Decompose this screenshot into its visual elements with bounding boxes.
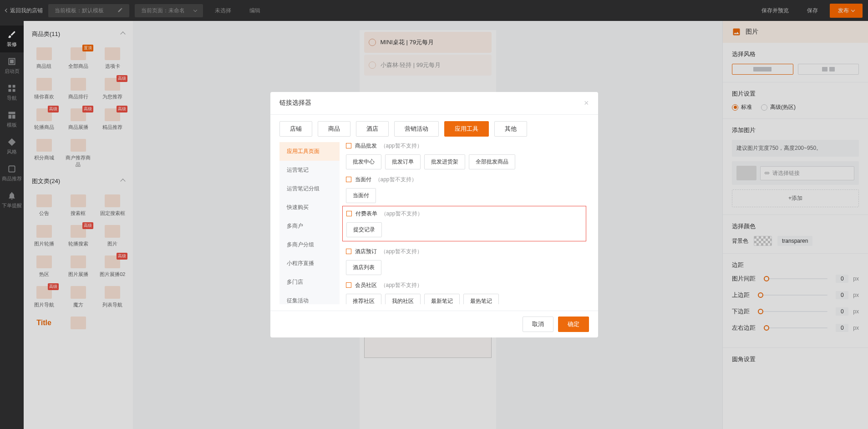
- group-note: （app暂不支持）: [375, 176, 417, 184]
- modal-body: 应用工具页面 运营笔记 运营笔记分组 快速购买 多商户 多商户分组 小程序直播 …: [270, 142, 598, 311]
- highlight-paid-form: 付费表单（app暂不支持） 提交记录: [342, 206, 586, 241]
- sidenav-collect[interactable]: 征集活动: [279, 291, 340, 304]
- close-icon[interactable]: ×: [584, 98, 589, 108]
- group-icon: [346, 249, 351, 254]
- chip-hotel-list[interactable]: 酒店列表: [346, 260, 381, 275]
- tab-marketing[interactable]: 营销活动: [394, 121, 439, 137]
- group-note: （app暂不支持）: [381, 210, 423, 218]
- chip-wholesale-shelf[interactable]: 批发进货架: [424, 154, 465, 169]
- confirm-button[interactable]: 确定: [558, 317, 589, 332]
- sidenav-op-notes[interactable]: 运营笔记: [279, 161, 340, 179]
- group-wholesale: 商品批发（app暂不支持） 批发中心 批发订单 批发进货架 全部批发商品: [346, 142, 583, 169]
- tab-product[interactable]: 商品: [318, 121, 350, 137]
- modal-side-nav: 应用工具页面 运营笔记 运营笔记分组 快速购买 多商户 多商户分组 小程序直播 …: [279, 142, 340, 304]
- link-selector-modal: 链接选择器 × 店铺 商品 酒店 营销活动 应用工具 其他 应用工具页面 运营笔…: [270, 92, 598, 337]
- group-note: （app暂不支持）: [381, 248, 422, 255]
- sidenav-multi-merchant[interactable]: 多商户: [279, 217, 340, 235]
- group-icon: [346, 282, 351, 288]
- group-title: 会员社区: [355, 281, 377, 289]
- group-face-pay: 当面付（app暂不支持） 当面付: [346, 176, 583, 203]
- group-icon: [346, 143, 351, 148]
- chip-my-community[interactable]: 我的社区: [385, 294, 421, 304]
- chip-wholesale-center[interactable]: 批发中心: [346, 154, 381, 169]
- modal-overlay: 链接选择器 × 店铺 商品 酒店 营销活动 应用工具 其他 应用工具页面 运营笔…: [0, 0, 868, 429]
- chip-submit-record[interactable]: 提交记录: [346, 222, 382, 237]
- chip-face-pay[interactable]: 当面付: [346, 188, 376, 203]
- group-title: 付费表单: [355, 210, 377, 218]
- group-title: 当面付: [355, 176, 371, 184]
- chip-rec-community[interactable]: 推荐社区: [346, 294, 381, 304]
- group-paid-form: 付费表单（app暂不支持） 提交记录: [346, 210, 582, 237]
- chip-wholesale-orders[interactable]: 批发订单: [385, 154, 421, 169]
- sidenav-op-notes-group[interactable]: 运营笔记分组: [279, 179, 340, 198]
- group-member-comm: 会员社区（app暂不支持） 推荐社区 我的社区 最新笔记 最热笔记: [346, 281, 583, 304]
- tab-shop[interactable]: 店铺: [279, 121, 312, 137]
- group-note: （app暂不支持）: [381, 281, 422, 289]
- modal-footer: 取消 确定: [270, 311, 598, 337]
- modal-header: 链接选择器 ×: [270, 92, 598, 115]
- sidenav-app-pages[interactable]: 应用工具页面: [279, 142, 340, 161]
- chip-latest-notes[interactable]: 最新笔记: [424, 294, 460, 304]
- group-title: 商品批发: [355, 142, 377, 150]
- modal-title: 链接选择器: [279, 99, 311, 107]
- sidenav-mini-live[interactable]: 小程序直播: [279, 254, 340, 273]
- group-hotel-book: 酒店预订（app暂不支持） 酒店列表: [346, 248, 583, 275]
- chip-all-wholesale[interactable]: 全部批发商品: [469, 154, 515, 169]
- modal-content: 商品批发（app暂不支持） 批发中心 批发订单 批发进货架 全部批发商品 当面付…: [340, 142, 589, 304]
- group-note: （app暂不支持）: [381, 142, 422, 150]
- group-title: 酒店预订: [355, 248, 377, 255]
- sidenav-quick-buy[interactable]: 快速购买: [279, 198, 340, 217]
- cancel-button[interactable]: 取消: [523, 317, 553, 332]
- group-icon: [346, 211, 352, 216]
- tab-apps[interactable]: 应用工具: [444, 121, 489, 137]
- modal-tabs: 店铺 商品 酒店 营销活动 应用工具 其他: [270, 115, 598, 142]
- chip-hottest-notes[interactable]: 最热笔记: [463, 294, 499, 304]
- tab-other[interactable]: 其他: [494, 121, 527, 137]
- sidenav-multi-store[interactable]: 多门店: [279, 273, 340, 291]
- group-icon: [346, 177, 351, 182]
- tab-hotel[interactable]: 酒店: [356, 121, 389, 137]
- sidenav-multi-merchant-group[interactable]: 多商户分组: [279, 235, 340, 254]
